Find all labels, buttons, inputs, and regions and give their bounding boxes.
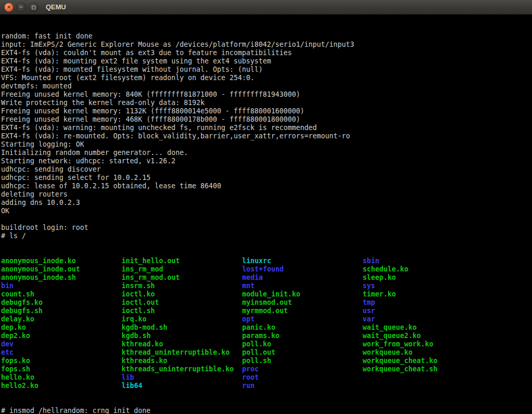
ls-entry-file: anonymous_inode.out [1, 265, 122, 274]
ls-entry-file: kgdb.sh [122, 332, 242, 340]
titlebar[interactable]: × − ◻ QEMU [0, 0, 532, 15]
ls-entry-dir: sbin [363, 257, 483, 265]
ls-row: anonymous_inode.koinit_hello.outlinuxrcs… [1, 257, 532, 265]
ls-entry-file: hello2.ko [1, 382, 122, 390]
ls-entry-dir: lost+found [242, 265, 363, 274]
ls-row: dep.kokgdb-mod.shpanic.kowait_queue.ko [1, 324, 532, 332]
ls-row: fops.shkthreads_uninterruptible.koprocwo… [1, 365, 532, 373]
ls-row: debugfs.koioctl.outmyinsmod.outtmp [1, 299, 532, 307]
ls-entry-file: workqueue_cheat.sh [363, 365, 483, 373]
terminal-line: input: ImExPS/2 Generic Explorer Mouse a… [1, 41, 532, 49]
ls-entry-file: kthread.ko [122, 340, 242, 348]
ls-entry-file: wait_queue.ko [363, 324, 483, 332]
ls-entry-file: kgdb-mod.sh [122, 324, 242, 332]
ls-entry-dir: media [242, 274, 363, 282]
ls-entry-dir: var [363, 315, 483, 324]
ls-row: devkthread.kopoll.kowork_from_work.ko [1, 340, 532, 348]
ls-entry-dir: run [242, 382, 363, 390]
ls-entry-file: poll.sh [242, 357, 363, 365]
ls-entry-dir: mnt [242, 282, 363, 290]
ls-output: anonymous_inode.koinit_hello.outlinuxrcs… [1, 257, 532, 390]
terminal-line [1, 215, 532, 224]
ls-entry-file: hello.ko [1, 373, 122, 382]
ls-entry-file: panic.ko [242, 324, 363, 332]
window-title: QEMU [46, 3, 66, 11]
shell-log: # insmod /hellrandom: crng init done# in… [1, 407, 532, 414]
maximize-button[interactable]: ◻ [29, 3, 38, 12]
ls-row: anonymous_inode.outins_rm_modlost+founds… [1, 265, 532, 274]
boot-log: random: fast init doneinput: ImExPS/2 Ge… [1, 32, 532, 240]
terminal-line: OK [1, 207, 532, 215]
ls-entry-file: dep2.ko [1, 332, 122, 340]
ls-entry-link: lib64 [122, 382, 242, 390]
ls-entry-file: ioctl.ko [122, 290, 242, 299]
terminal-line: devtmpfs: mounted [1, 82, 532, 90]
ls-entry-file: fops.ko [1, 357, 122, 365]
ls-entry-file: poll.ko [242, 340, 363, 348]
ls-entry-dir: dev [1, 340, 122, 348]
ls-row: dep2.kokgdb.shparams.kowait_queue2.ko [1, 332, 532, 340]
terminal-line: EXT4-fs (vda): mounted filesystem withou… [1, 66, 532, 74]
terminal-line: udhcpc: lease of 10.0.2.15 obtained, lea… [1, 182, 532, 190]
ls-entry-file: work_from_work.ko [363, 340, 483, 348]
ls-entry-dir: lib [122, 373, 242, 382]
minimize-button[interactable]: − [17, 3, 26, 12]
close-button[interactable]: × [4, 3, 14, 12]
ls-entry-file: anonymous_inode.sh [1, 274, 122, 282]
terminal-line: Write protecting the kernel read-only da… [1, 99, 532, 107]
ls-entry-dir: root [242, 373, 363, 382]
terminal-line: random: fast init done [1, 32, 532, 41]
ls-entry-file: debugfs.sh [1, 307, 122, 315]
terminal-line: buildroot login: root [1, 224, 532, 232]
ls-entry-file: insrm.sh [122, 282, 242, 290]
console-terminal[interactable]: random: fast init doneinput: ImExPS/2 Ge… [0, 15, 532, 414]
terminal-line: Freeing unused kernel memory: 1132K (fff… [1, 107, 532, 115]
ls-entry-file: timer.ko [363, 290, 483, 299]
ls-entry-file: wait_queue2.ko [363, 332, 483, 340]
ls-row: count.shioctl.komodule_init.kotimer.ko [1, 290, 532, 299]
ls-entry-file: anonymous_inode.ko [1, 257, 122, 265]
terminal-line: Initializing random number generator... … [1, 149, 532, 157]
ls-entry-file: kthread_uninterruptible.ko [122, 348, 242, 357]
ls-entry-file: myinsmod.out [242, 299, 363, 307]
ls-row: bininsrm.shmntsys [1, 282, 532, 290]
ls-entry-file: workqueue_cheat.ko [363, 357, 483, 365]
ls-entry-file: debugfs.ko [1, 299, 122, 307]
ls-row: anonymous_inode.shins_rm_mod.outmediasle… [1, 274, 532, 282]
ls-entry-file: ins_rm_mod.out [122, 274, 242, 282]
terminal-line: deleting routers [1, 190, 532, 199]
ls-entry-file: kthreads.ko [122, 357, 242, 365]
close-icon: × [7, 4, 10, 10]
terminal-line: Starting logging: OK [1, 140, 532, 149]
ls-entry-file: count.sh [1, 290, 122, 299]
ls-entry-file: sleep.ko [363, 274, 483, 282]
terminal-line: EXT4-fs (vda): warning: mounting uncheck… [1, 124, 532, 132]
ls-entry-file: ioctl.out [122, 299, 242, 307]
terminal-line: # ls / [1, 232, 532, 240]
terminal-line: EXT4-fs (vda): couldn't mount as ext3 du… [1, 49, 532, 57]
ls-entry-link: linuxrc [242, 257, 363, 265]
terminal-line: adding dns 10.0.2.3 [1, 199, 532, 207]
ls-entry-file: workqueue.ko [363, 348, 483, 357]
maximize-icon: ◻ [32, 5, 36, 10]
ls-entry-dir: bin [1, 282, 122, 290]
ls-entry-dir: sys [363, 282, 483, 290]
ls-entry-file: poll.out [242, 348, 363, 357]
ls-entry-dir: opt [242, 315, 363, 324]
terminal-line: udhcpc: sending discover [1, 165, 532, 174]
ls-row: debugfs.shioctl.shmyrmmod.outusr [1, 307, 532, 315]
ls-entry-file: module_init.ko [242, 290, 363, 299]
terminal-line: Starting network: udhcpc: started, v1.26… [1, 157, 532, 165]
ls-entry-file: ins_rm_mod [122, 265, 242, 274]
ls-entry-file: ioctl.sh [122, 307, 242, 315]
terminal-line: EXT4-fs (vda): mounting ext2 file system… [1, 57, 532, 66]
terminal-line: Freeing unused kernel memory: 468K (ffff… [1, 115, 532, 124]
ls-row: hello.kolibroot [1, 373, 532, 382]
terminal-line: Freeing unused kernel memory: 840K (ffff… [1, 90, 532, 99]
ls-entry-file: params.ko [242, 332, 363, 340]
ls-entry-dir: etc [1, 348, 122, 357]
ls-entry-file: delay.ko [1, 315, 122, 324]
terminal-line: EXT4-fs (vda): re-mounted. Opts: block_v… [1, 132, 532, 140]
ls-entry-file: myrmmod.out [242, 307, 363, 315]
ls-entry-file: kthreads_uninterruptible.ko [122, 365, 242, 373]
